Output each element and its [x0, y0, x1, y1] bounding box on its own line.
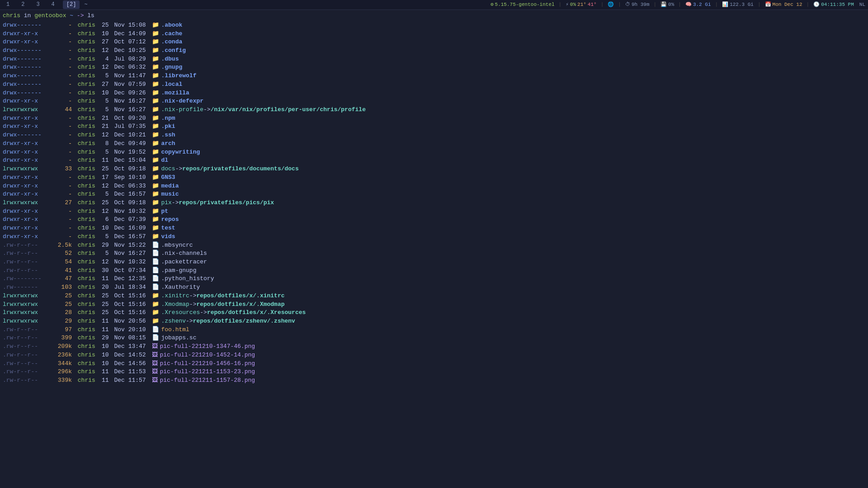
list-item: drwxr-xr-x - chris 12 Nov 10:32 📁pt [3, 207, 865, 216]
date-day: 11 [101, 156, 111, 165]
file-owner: chris [74, 199, 101, 207]
permissions: lrwxrwxrwx [3, 165, 52, 174]
file-owner: chris [74, 326, 101, 334]
date-month: Jul [111, 55, 128, 64]
folder-icon: 📁 [152, 190, 159, 199]
date-month: Dec [111, 376, 128, 385]
date-month: Dec [111, 89, 128, 98]
folder-icon: 📁 [152, 207, 159, 216]
terminal[interactable]: chris in gentoobox ~ -> ls drwx------- -… [0, 10, 868, 488]
tab-2[interactable]: 2 [18, 0, 28, 9]
file-size: 2.5k [52, 241, 74, 250]
ls-output: drwx------- - chris 25 Nov 15:08 📁.abook… [3, 21, 865, 385]
permissions: drwxr-xr-x [3, 38, 52, 47]
date-time: 10:21 [128, 131, 152, 140]
list-item: drwxr-xr-x - chris 10 Dec 16:09 📁test [3, 224, 865, 233]
folder-icon: 📁 [152, 122, 159, 131]
date-month: Dec [111, 351, 128, 360]
date-month: Nov [111, 241, 128, 250]
date-time: 10:25 [128, 47, 152, 55]
date-time: 09:18 [128, 165, 152, 174]
date-month: Oct [111, 267, 128, 275]
entry-name: pic-full-221210-1452-14.png [160, 351, 255, 360]
file-size: - [52, 38, 74, 47]
prompt-line: chris in gentoobox ~ -> ls [3, 12, 865, 20]
status-bar: ⚙ 5.15.75-gentoo-intel | ⚡0% 21° 41° | 🌐… [491, 1, 865, 9]
file-owner: chris [74, 165, 101, 174]
date-time: 14:09 [128, 30, 152, 38]
permissions: .rw-r--r-- [3, 258, 52, 267]
tab-2-active[interactable]: [2] [63, 0, 80, 9]
file-size: 399 [52, 334, 74, 343]
list-item: lrwxrwxrwx 28 chris 25 Oct 15:16 📁.Xreso… [3, 309, 865, 317]
date-time: 16:27 [128, 249, 152, 258]
entry-name: .nix-defexpr [161, 97, 203, 106]
entry-name: pic-full-221210-1456-16.png [160, 360, 255, 368]
entry-name: repos [161, 216, 179, 224]
file-owner: chris [74, 368, 101, 376]
list-item: lrwxrwxrwx 44 chris 5 Nov 16:27 📁.nix-pr… [3, 106, 865, 114]
file-size: 344k [52, 360, 74, 368]
date-day: 10 [101, 224, 111, 233]
entry-name: .config [161, 47, 186, 55]
tab-4[interactable]: 4 [48, 0, 58, 9]
permissions: .rw-r--r-- [3, 241, 52, 250]
date-time: 16:27 [128, 106, 152, 114]
entry-name: .python_history [161, 275, 214, 283]
entry-name: .nix-channels [161, 249, 207, 258]
folder-icon: 📁 [152, 148, 159, 157]
folder-icon: 📁 [152, 216, 159, 224]
permissions: drwx------- [3, 47, 52, 55]
date-day: 10 [101, 30, 111, 38]
permissions: drwxr-xr-x [3, 233, 52, 241]
folder-icon: 📁 [152, 97, 159, 106]
date-month: Dec [111, 140, 128, 148]
date-time: 14:52 [128, 351, 152, 360]
date-day: 5 [101, 72, 111, 80]
mem2-status: 📊 122.3 Gi [722, 1, 754, 9]
entry-name: .local [161, 80, 182, 89]
entry-name: pt [161, 207, 168, 216]
file-owner: chris [74, 351, 101, 360]
tab-1[interactable]: 1 [3, 0, 13, 9]
date-day: 10 [101, 351, 111, 360]
file-owner: chris [74, 207, 101, 216]
file-size: - [52, 156, 74, 165]
date-month: Dec [111, 47, 128, 55]
date-day: 25 [101, 309, 111, 317]
date-month: Oct [111, 309, 128, 317]
file-size: 29 [52, 317, 74, 326]
date-day: 5 [101, 233, 111, 241]
file-size: - [52, 207, 74, 216]
link-target: repos/privatefiles/pics/pix [179, 199, 274, 207]
date-month: Nov [111, 258, 128, 267]
file-size: - [52, 47, 74, 55]
file-owner: chris [74, 21, 101, 30]
file-owner: chris [74, 47, 101, 55]
file-owner: chris [74, 174, 101, 182]
link-folder-icon: 📁 [152, 165, 159, 174]
date-month: Nov [111, 72, 128, 80]
file-icon: 📄 [152, 258, 159, 267]
date-time: 14:56 [128, 360, 152, 368]
date-time: 07:39 [128, 216, 152, 224]
date-month: Sep [111, 174, 128, 182]
permissions: drwxr-xr-x [3, 156, 52, 165]
list-item: drwxr-xr-x - chris 5 Nov 19:52 📁copywrit… [3, 148, 865, 157]
tab-3[interactable]: 3 [33, 0, 43, 9]
permissions: .rw-------- [3, 275, 52, 283]
file-size: 41 [52, 267, 74, 275]
file-size: - [52, 224, 74, 233]
file-size: 28 [52, 309, 74, 317]
permissions: drwx------- [3, 89, 52, 98]
list-item: drwxr-xr-x - chris 8 Dec 09:49 📁arch [3, 140, 865, 148]
file-owner: chris [74, 216, 101, 224]
folder-icon: 📁 [152, 30, 159, 38]
date-month: Nov [111, 249, 128, 258]
link-target: repos/dotfiles/zshenv/.zshenv [193, 317, 295, 326]
file-owner: chris [74, 106, 101, 114]
entry-name: .xinitrc [161, 292, 189, 300]
date-month: Nov [111, 207, 128, 216]
date-month: Jul [111, 283, 128, 292]
date-time: 06:33 [128, 182, 152, 191]
